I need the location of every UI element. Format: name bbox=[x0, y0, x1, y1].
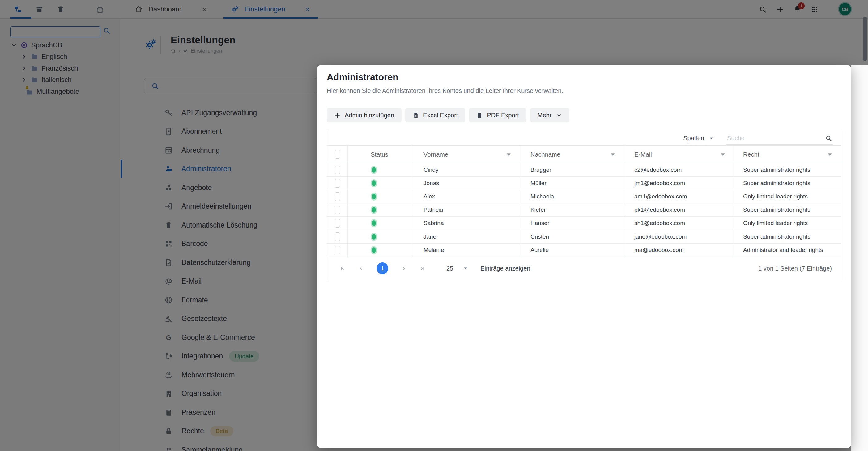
email-cell: am1@edoobox.com bbox=[624, 190, 734, 203]
row-checkbox[interactable] bbox=[335, 166, 340, 174]
table-row[interactable]: SabrinaHausersh1@edoobox.comOnly limited… bbox=[327, 217, 841, 230]
excel-file-icon: x bbox=[413, 112, 419, 118]
page-size-select[interactable]: 25 bbox=[446, 265, 469, 272]
table-row[interactable]: JonasMüllerjm1@edoobox.comSuper administ… bbox=[327, 177, 841, 190]
column-header-status[interactable]: Status bbox=[347, 146, 413, 163]
nachname-cell: Michaela bbox=[520, 190, 624, 203]
table-row[interactable]: PatriciaKieferpk1@edoobox.comSuper admin… bbox=[327, 203, 841, 217]
column-header-label: Nachname bbox=[530, 151, 560, 158]
status-active-indicator bbox=[371, 219, 377, 227]
recht-cell: Super administrator rights bbox=[734, 203, 841, 216]
button-label: Admin hinzufügen bbox=[345, 112, 394, 119]
pdf-file-icon bbox=[476, 112, 483, 118]
column-header-label: E-Mail bbox=[634, 151, 652, 158]
vorname-cell: Sabrina bbox=[413, 217, 520, 230]
table-row[interactable]: MelanieAureliema@edoobox.comAdministrato… bbox=[327, 244, 841, 257]
vorname-cell: Jonas bbox=[413, 177, 520, 190]
administrators-drawer: Administratoren Hier können Sie die Admi… bbox=[317, 65, 851, 448]
recht-cell: Super administrator rights bbox=[734, 230, 841, 243]
filter-icon[interactable] bbox=[720, 152, 726, 158]
button-label: Excel Export bbox=[423, 112, 458, 119]
nachname-cell: Kiefer bbox=[520, 203, 624, 216]
row-checkbox[interactable] bbox=[335, 179, 340, 188]
search-icon[interactable] bbox=[825, 135, 832, 142]
status-cell bbox=[347, 217, 413, 230]
row-select-cell bbox=[327, 190, 347, 203]
column-header-vorname[interactable]: Vorname bbox=[413, 146, 520, 163]
filter-icon[interactable] bbox=[506, 152, 512, 158]
status-active-indicator bbox=[371, 166, 377, 174]
header-select-all-cell bbox=[327, 146, 347, 163]
scrollbar-thumb[interactable] bbox=[863, 17, 867, 61]
status-active-indicator bbox=[371, 233, 377, 241]
page-size-value: 25 bbox=[446, 265, 453, 272]
column-header-label: Vorname bbox=[424, 151, 448, 158]
row-select-cell bbox=[327, 217, 347, 230]
table-row[interactable]: AlexMichaelaam1@edoobox.comOnly limited … bbox=[327, 190, 841, 203]
email-cell: ma@edoobox.com bbox=[624, 244, 734, 257]
column-header-label: Status bbox=[371, 151, 388, 158]
admin-hinzuf-gen-button[interactable]: Admin hinzufügen bbox=[327, 108, 402, 122]
row-checkbox[interactable] bbox=[335, 192, 340, 201]
button-label: Mehr bbox=[537, 112, 552, 119]
row-checkbox[interactable] bbox=[335, 219, 340, 227]
table-row[interactable]: CindyBruggerc2@edoobox.comSuper administ… bbox=[327, 164, 841, 177]
app-root: DashboardEinstellungen 1 CB SprachCBEngl… bbox=[0, 0, 868, 451]
row-select-cell bbox=[327, 230, 347, 243]
nachname-cell: Cristen bbox=[520, 230, 624, 243]
last-page-icon[interactable] bbox=[419, 265, 425, 272]
drawer-actions: Admin hinzufügenxExcel ExportPDF ExportM… bbox=[327, 108, 569, 122]
nachname-cell: Aurelie bbox=[520, 244, 624, 257]
scrollbar-track[interactable] bbox=[851, 65, 868, 451]
table-toolbar: Spalten bbox=[327, 131, 841, 146]
status-cell bbox=[347, 203, 413, 216]
button-label: PDF Export bbox=[487, 112, 519, 119]
column-header-nachname[interactable]: Nachname bbox=[520, 146, 624, 163]
excel-export-button[interactable]: xExcel Export bbox=[405, 108, 465, 122]
drawer-title: Administratoren bbox=[327, 72, 399, 82]
column-header-recht[interactable]: Recht bbox=[734, 146, 841, 163]
table-pagination: 1 25 Einträge anzeigen 1 von 1 Seiten (7… bbox=[327, 257, 841, 280]
previous-page-icon[interactable] bbox=[358, 265, 364, 272]
row-checkbox[interactable] bbox=[335, 205, 340, 214]
entries-label: Einträge anzeigen bbox=[480, 265, 530, 272]
recht-cell: Super administrator rights bbox=[734, 177, 841, 190]
recht-cell: Only limited leader rights bbox=[734, 190, 841, 203]
pdf-export-button[interactable]: PDF Export bbox=[469, 108, 526, 122]
row-checkbox[interactable] bbox=[335, 246, 340, 254]
table-row[interactable]: JaneCristenjane@edoobox.comSuper adminis… bbox=[327, 230, 841, 243]
triangle-down-icon bbox=[462, 265, 469, 272]
pagination-nav: 1 bbox=[339, 262, 425, 274]
recht-cell: Super administrator rights bbox=[734, 164, 841, 176]
column-header-label: Recht bbox=[743, 151, 759, 158]
recht-cell: Only limited leader rights bbox=[734, 217, 841, 230]
status-active-indicator bbox=[371, 246, 377, 254]
status-cell bbox=[347, 230, 413, 243]
select-all-checkbox[interactable] bbox=[335, 150, 340, 159]
table-header-row: StatusVornameNachnameE-MailRecht bbox=[327, 146, 841, 164]
next-page-icon[interactable] bbox=[401, 265, 407, 272]
first-page-icon[interactable] bbox=[339, 265, 346, 272]
email-cell: jane@edoobox.com bbox=[624, 230, 734, 243]
admins-table: Spalten StatusVornameNachnameE-MailRecht… bbox=[327, 131, 841, 280]
column-header-e-mail[interactable]: E-Mail bbox=[624, 146, 734, 163]
filter-icon[interactable] bbox=[610, 152, 616, 158]
status-cell bbox=[347, 177, 413, 190]
current-page-button[interactable]: 1 bbox=[376, 262, 388, 274]
row-select-cell bbox=[327, 203, 347, 216]
vorname-cell: Alex bbox=[413, 190, 520, 203]
email-cell: pk1@edoobox.com bbox=[624, 203, 734, 216]
status-cell bbox=[347, 164, 413, 176]
mehr-button[interactable]: Mehr bbox=[530, 108, 570, 122]
columns-dropdown[interactable]: Spalten bbox=[683, 135, 714, 142]
status-cell bbox=[347, 244, 413, 257]
vorname-cell: Jane bbox=[413, 230, 520, 243]
nachname-cell: Brugger bbox=[520, 164, 624, 176]
table-search-input[interactable] bbox=[726, 134, 816, 142]
row-checkbox[interactable] bbox=[335, 232, 340, 241]
columns-dropdown-label: Spalten bbox=[683, 135, 704, 142]
triangle-down-icon bbox=[709, 136, 714, 141]
status-active-indicator bbox=[371, 193, 377, 201]
drawer-description: Hier können Sie die Administratoren Ihre… bbox=[327, 87, 563, 94]
filter-icon[interactable] bbox=[827, 152, 833, 158]
